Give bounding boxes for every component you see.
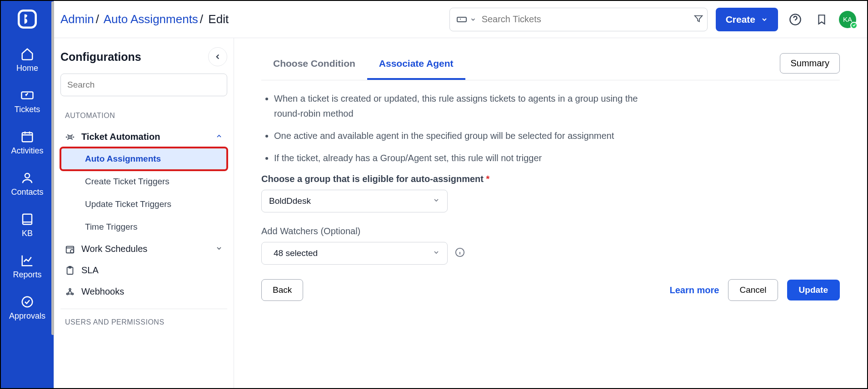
nav-home[interactable]: Home — [1, 41, 54, 82]
sub-update-triggers[interactable]: Update Ticket Triggers — [60, 193, 227, 216]
nav-label: KB — [22, 229, 33, 238]
watchers-label: Add Watchers (Optional) — [261, 226, 840, 236]
app-logo[interactable] — [14, 5, 41, 33]
svg-rect-2 — [22, 133, 33, 142]
webhook-icon — [65, 287, 75, 297]
svg-point-15 — [69, 288, 71, 290]
learn-more-link[interactable]: Learn more — [670, 285, 719, 295]
nav-label: Home — [16, 64, 38, 73]
required-asterisk: * — [486, 174, 490, 184]
nav-label: Contacts — [11, 187, 43, 197]
automation-icon — [65, 132, 75, 142]
nav-label: Activities — [11, 146, 43, 156]
tab-choose-condition[interactable]: Choose Condition — [261, 51, 367, 80]
tree-label: Work Schedules — [81, 244, 147, 254]
tabs: Choose Condition Associate Agent Summary — [261, 51, 840, 80]
panel-title: Configurations — [60, 50, 141, 64]
chevron-up-icon — [215, 132, 223, 142]
actions-row: Back Learn more Cancel Update — [261, 279, 840, 301]
chevron-down-icon — [433, 248, 440, 258]
update-button[interactable]: Update — [787, 280, 840, 300]
breadcrumb-separator: / — [96, 12, 99, 26]
nav-kb[interactable]: KB — [1, 206, 54, 247]
section-users: USERS AND PERMISSIONS — [60, 315, 227, 333]
nav-label: Tickets — [15, 105, 40, 114]
status-badge-online — [850, 22, 858, 29]
avatar-initials: KA — [843, 15, 852, 23]
nav-label: Approvals — [9, 311, 45, 321]
svg-point-8 — [69, 136, 71, 138]
help-icon[interactable] — [786, 10, 804, 29]
create-button[interactable]: Create — [716, 8, 778, 31]
svg-point-13 — [67, 293, 69, 295]
group-select[interactable]: BoldDdesk — [261, 190, 448, 212]
sub-auto-assignments[interactable]: Auto Assignments — [60, 148, 227, 170]
tree-label: SLA — [81, 265, 99, 276]
crumb-auto-assignments[interactable]: Auto Assignments — [101, 12, 198, 26]
svg-point-3 — [25, 173, 30, 178]
main-area: Admin / Auto Assignments / Edit Create — [54, 1, 867, 388]
sub-create-triggers[interactable]: Create Ticket Triggers — [60, 170, 227, 193]
app-root: Home Tickets Activities Contacts KB Repo… — [0, 0, 868, 389]
info-bullet: If the ticket, already has a Group/Agent… — [274, 151, 651, 166]
create-label: Create — [726, 14, 755, 25]
divider — [60, 309, 227, 309]
topbar: Admin / Auto Assignments / Edit Create — [54, 1, 867, 38]
chevron-down-icon — [761, 16, 768, 23]
svg-rect-6 — [457, 17, 466, 22]
watchers-select[interactable]: 48 selected — [261, 242, 448, 265]
tree-sla[interactable]: SLA — [60, 260, 227, 281]
svg-point-14 — [72, 293, 74, 295]
svg-rect-4 — [23, 214, 32, 225]
info-icon[interactable] — [455, 247, 465, 259]
sub-time-triggers[interactable]: Time Triggers — [60, 216, 227, 238]
collapse-panel-button[interactable] — [208, 47, 227, 66]
svg-point-10 — [70, 249, 74, 252]
search-tickets[interactable] — [449, 8, 708, 31]
watchers-value: 48 selected — [274, 248, 318, 258]
info-bullet: One active and available agent in the sp… — [274, 128, 651, 143]
tree-work-schedules[interactable]: Work Schedules — [60, 238, 227, 260]
chevron-left-icon — [214, 53, 222, 61]
group-label: Choose a group that is eligible for auto… — [261, 174, 840, 184]
tree-webhooks[interactable]: Webhooks — [60, 281, 227, 302]
back-button[interactable]: Back — [261, 279, 303, 301]
nav-tickets[interactable]: Tickets — [1, 82, 54, 123]
ticket-type-picker[interactable] — [456, 14, 482, 25]
clipboard-icon — [65, 266, 75, 276]
section-automation: AUTOMATION — [60, 109, 227, 126]
chevron-down-icon — [470, 16, 476, 23]
nav-approvals[interactable]: Approvals — [1, 289, 54, 330]
content-area: Choose Condition Associate Agent Summary… — [234, 38, 867, 388]
body: Configurations AUTOMATION Ticket Automat… — [54, 38, 867, 388]
svg-rect-0 — [19, 10, 36, 28]
crumb-current: Edit — [205, 12, 229, 26]
chevron-down-icon — [433, 196, 440, 206]
tree-label: Webhooks — [81, 286, 124, 297]
nav-reports[interactable]: Reports — [1, 247, 54, 289]
ticket-icon — [456, 14, 467, 25]
tree-ticket-automation[interactable]: Ticket Automation — [60, 126, 227, 148]
info-list: When a ticket is created or updated, thi… — [261, 91, 840, 166]
nav-activities[interactable]: Activities — [1, 123, 54, 165]
crumb-admin[interactable]: Admin — [60, 12, 94, 26]
nav-contacts[interactable]: Contacts — [1, 165, 54, 206]
filter-icon[interactable] — [689, 14, 703, 25]
config-search-input[interactable] — [60, 74, 227, 96]
svg-point-5 — [22, 297, 33, 307]
calendar-clock-icon — [65, 244, 75, 254]
search-input[interactable] — [482, 14, 689, 25]
tree-label: Ticket Automation — [81, 132, 160, 142]
summary-button[interactable]: Summary — [780, 53, 840, 74]
chevron-down-icon — [215, 244, 223, 254]
cancel-button[interactable]: Cancel — [728, 279, 778, 301]
group-value: BoldDdesk — [269, 196, 311, 206]
bookmark-icon[interactable] — [813, 10, 831, 29]
breadcrumb: Admin / Auto Assignments / Edit — [60, 12, 229, 26]
config-panel: Configurations AUTOMATION Ticket Automat… — [54, 38, 234, 388]
info-bullet: When a ticket is created or updated, thi… — [274, 91, 651, 121]
breadcrumb-separator: / — [200, 12, 203, 26]
avatar[interactable]: KA — [839, 11, 856, 28]
tab-associate-agent[interactable]: Associate Agent — [367, 51, 465, 80]
left-rail: Home Tickets Activities Contacts KB Repo… — [1, 1, 54, 388]
